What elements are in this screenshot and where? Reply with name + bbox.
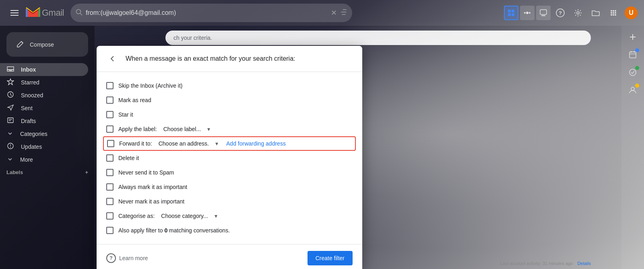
checkbox-apply-label[interactable] (106, 125, 114, 133)
forward-label-text: Forward it to: (119, 140, 152, 147)
svg-point-27 (615, 14, 616, 16)
right-plus-button[interactable] (625, 29, 641, 45)
compose-button[interactable]: Compose (6, 32, 88, 57)
inbox-label: Inbox (21, 66, 82, 73)
categorise-text: Categorise as: (118, 213, 155, 219)
footer-details-link[interactable]: Details (577, 261, 591, 266)
drafts-label: Drafts (21, 118, 82, 124)
help-btn[interactable]: ? (552, 5, 568, 21)
calendar-badge (635, 48, 639, 52)
never-important-label: Never mark it as important (118, 198, 184, 205)
svg-text:?: ? (559, 10, 562, 16)
checkbox-forward[interactable] (107, 140, 114, 147)
add-label-icon[interactable]: + (85, 169, 88, 175)
search-clear-icon[interactable]: ✕ (331, 8, 337, 17)
drafts-icon (6, 117, 14, 126)
checkbox-never-important[interactable] (106, 198, 114, 205)
filter-option-also-apply: Also apply filter to 0 matching conversa… (106, 223, 353, 238)
compose-icon (16, 39, 25, 49)
gmail-logo: Gmail (26, 7, 64, 18)
learn-more-label: Learn more (119, 255, 148, 261)
checkbox-skip-inbox[interactable] (106, 82, 114, 89)
svg-rect-2 (10, 15, 19, 16)
delete-label: Delete it (118, 155, 139, 161)
svg-point-20 (613, 10, 614, 12)
hamburger-icon[interactable] (6, 5, 23, 21)
svg-rect-9 (508, 13, 511, 16)
content-area: ch your criteria. mme Policies Last acco… (95, 26, 621, 269)
checkbox-star-it[interactable] (106, 111, 114, 118)
dialog-body: Skip the Inbox (Archive it) Mark as read… (97, 72, 362, 244)
create-filter-button[interactable]: Create filter (308, 251, 353, 265)
sidebar-item-snoozed[interactable]: Snoozed (0, 89, 88, 102)
starred-icon (6, 78, 14, 87)
label-dropdown-arrow[interactable]: ▾ (207, 126, 210, 132)
search-icon (75, 8, 83, 18)
svg-point-38 (10, 147, 11, 148)
right-tasks-icon[interactable] (625, 64, 641, 80)
inbox-icon (6, 65, 14, 74)
expand-icon (6, 130, 14, 138)
choose-category-dropdown[interactable]: Choose category... (159, 213, 209, 219)
svg-rect-0 (10, 10, 19, 11)
sidebar-item-updates[interactable]: Updates (0, 140, 88, 153)
checkbox-delete[interactable] (106, 154, 114, 162)
gmail-logo-text: Gmail (42, 8, 64, 18)
svg-rect-7 (508, 10, 511, 12)
svg-rect-4 (39, 9, 40, 17)
svg-rect-14 (540, 10, 547, 14)
dialog-footer: ? Learn more Create filter (97, 244, 362, 269)
contacts-badge (635, 84, 639, 88)
skip-inbox-label: Skip the Inbox (Archive it) (118, 82, 183, 89)
svg-point-21 (615, 10, 616, 12)
search-options-icon[interactable] (340, 8, 347, 18)
filter-option-never-important: Never mark it as important (106, 194, 353, 209)
topbar-icon-secondary-btn[interactable] (520, 6, 535, 20)
sidebar-item-starred[interactable]: Starred (0, 76, 88, 89)
sidebar-item-categories[interactable]: Categories (0, 127, 88, 140)
star-it-label: Star it (118, 111, 133, 118)
add-forwarding-address-link[interactable]: Add forwarding address (226, 140, 286, 147)
folder-btn[interactable] (588, 5, 604, 21)
filter-option-delete: Delete it (106, 151, 353, 165)
user-avatar[interactable]: U (625, 6, 638, 19)
sidebar-item-drafts[interactable]: Drafts (0, 115, 88, 127)
learn-more-section[interactable]: ? Learn more (106, 253, 148, 263)
svg-point-45 (630, 69, 636, 76)
right-contacts-icon[interactable] (625, 82, 641, 98)
tasks-badge (635, 66, 639, 70)
filter-option-categorise: Categorise as: Choose category... ▾ (106, 209, 353, 223)
svg-rect-33 (8, 118, 13, 123)
sidebar-item-inbox[interactable]: Inbox (0, 63, 88, 76)
address-dropdown-arrow[interactable]: ▾ (215, 140, 218, 147)
checkbox-never-spam[interactable] (106, 169, 114, 176)
sidebar-item-more[interactable]: More (0, 153, 88, 166)
filter-option-always-important: Always mark it as important (106, 180, 353, 194)
settings-btn[interactable] (570, 5, 586, 21)
checkbox-mark-as-read[interactable] (106, 97, 114, 104)
labels-title: Labels (6, 169, 23, 175)
apps-btn[interactable] (605, 5, 621, 21)
right-calendar-icon[interactable] (625, 47, 641, 63)
checkbox-categorise[interactable] (106, 212, 114, 220)
also-apply-label: Also apply filter to 0 matching conversa… (118, 227, 230, 234)
filter-dialog: When a message is an exact match for you… (97, 46, 362, 269)
topbar-icon-primary-btn[interactable] (504, 6, 518, 20)
main-content: Compose Inbox Starred Snoozed (0, 26, 644, 269)
dialog-title: When a message is an exact match for you… (126, 55, 295, 62)
sent-label: Sent (21, 105, 82, 111)
sidebar-item-sent[interactable]: Sent (0, 102, 88, 115)
dialog-back-button[interactable] (106, 52, 119, 65)
svg-rect-1 (10, 12, 19, 13)
choose-label-dropdown[interactable]: Choose label... (162, 126, 202, 132)
search-bar[interactable]: from:(ujjwalgoel64@gmail.com) ✕ (70, 4, 352, 22)
checkbox-always-important[interactable] (106, 183, 114, 191)
category-dropdown-arrow[interactable]: ▾ (215, 213, 217, 219)
topbar-icon-tertiary-btn[interactable] (536, 6, 551, 20)
filter-option-never-spam: Never send it to Spam (106, 165, 353, 180)
choose-address-dropdown[interactable]: Choose an address. (157, 140, 211, 147)
checkbox-also-apply[interactable] (106, 227, 114, 234)
filter-option-apply-label: Apply the label: Choose label... ▾ (106, 122, 353, 136)
svg-point-5 (76, 9, 80, 14)
svg-point-23 (613, 12, 614, 14)
